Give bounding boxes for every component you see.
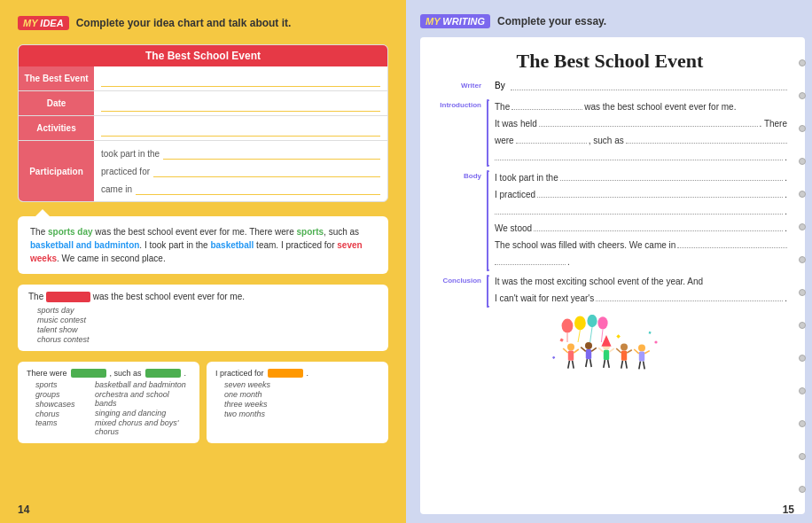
body-period-1: . [785,171,787,185]
body-line-6: . [495,254,787,269]
svg-point-0 [562,319,574,333]
intro-blank-2[interactable] [539,116,758,127]
svg-line-5 [590,327,592,342]
opt-one-month: one month [224,390,379,399]
practiced-options: seven weeks one month three weeks two mo… [224,380,379,418]
writing-paper: The Best School Event Writer By Introduc… [420,37,805,514]
svg-line-38 [644,362,645,370]
body-blank-1[interactable] [560,170,784,181]
conclusion-section: Conclusion It was the most exciting scho… [433,275,787,308]
took-part-input[interactable] [163,147,380,160]
participation-line-3: came in [101,183,380,195]
my-writing-header-text: Complete your essay. [497,15,606,27]
spiral-dot [799,59,806,66]
intro-blank-1[interactable] [511,99,582,110]
body-bracket [487,170,489,271]
spiral-dot [799,223,806,230]
svg-line-26 [608,360,610,368]
row-input-participation[interactable]: took part in the practiced for came in [94,141,387,201]
body-blank-5[interactable] [677,238,787,248]
participation-line-1: took part in the [101,147,380,160]
svg-line-12 [568,361,570,369]
activities-input[interactable] [101,120,380,137]
intro-such: , such as [589,134,624,148]
my-idea-badge: MY IDEA [18,16,69,30]
introduction-section: Introduction The was the best school eve… [433,99,787,167]
intro-period: . [785,151,787,165]
conclusion-line-1: It was the most exciting school event of… [495,275,787,289]
word-option-3: talent show [37,325,378,334]
opt-singing: singing and dancing [95,409,191,418]
conclusion-period: . [785,292,787,306]
my-idea-header: MY IDEA Complete your idea chart and tal… [18,16,388,30]
celebration-svg [539,315,681,377]
svg-line-25 [604,360,605,368]
such-as-text: , such as [110,369,142,378]
writer-section: Writer By [433,80,787,96]
body-blank-2[interactable] [537,187,783,198]
practiced-text: I practiced for [215,369,264,378]
intro-blank-5[interactable] [495,150,783,160]
basketball-highlight2: basketball [210,240,254,250]
row-label-participation: Participation [19,141,94,201]
row-input-activities[interactable] [94,116,387,140]
opt-showcases: showcases [35,400,77,409]
by-label: By [495,81,505,90]
body-blank-4[interactable] [534,221,783,231]
intro-blank-3[interactable] [516,133,587,144]
opt-chorus-teams: chorus teams [35,410,77,427]
spiral-dot [799,125,806,132]
intro-blank-4[interactable] [626,133,787,144]
writer-bracket [487,80,489,96]
svg-rect-40 [616,334,621,339]
spiral-dot [799,289,806,296]
svg-rect-15 [586,349,591,359]
event-input[interactable] [101,70,380,87]
bottom-left-box: There were , such as . sports groups sho… [18,362,199,443]
period-1: . [184,369,187,378]
row-input-date[interactable] [94,91,387,115]
conclusion-text-1: It was the most exciting school event of… [495,275,703,289]
svg-line-11 [574,349,579,353]
svg-point-8 [567,344,574,351]
my-writing-badge: MY WRITING [420,14,490,28]
opt-mixed: mixed chorus and boys' chorus [95,418,191,436]
row-input-event[interactable] [94,66,387,90]
spiral-dot [799,486,806,493]
svg-point-14 [585,342,592,349]
svg-rect-9 [568,351,574,361]
row-label-date: Date [19,91,94,115]
sports-highlight2: sports [297,227,324,237]
chart-row-participation: Participation took part in the practiced… [19,141,387,201]
writer-dotted[interactable] [511,80,787,90]
practiced-sentence: I practiced for . [215,369,379,378]
body-line-1: I took part in the . [495,170,787,185]
spiral-dot [799,453,806,460]
body-label: Body [433,170,481,271]
came-in-input[interactable] [136,183,380,195]
svg-line-7 [601,330,603,342]
intro-were: were [495,134,514,148]
chart-rows: The Best Event Date Activities [19,66,387,201]
conclusion-blank-1[interactable] [596,291,783,301]
intro-label: Introduction [433,99,481,167]
practiced-for-input[interactable] [153,165,380,177]
intro-bracket [487,99,489,167]
body-blank-3[interactable] [495,204,783,215]
svg-line-18 [586,359,588,367]
body-blank-6[interactable] [495,254,566,265]
word-option-2: music contest [37,316,378,324]
conclusion-label: Conclusion [433,275,481,308]
svg-rect-41 [649,332,652,334]
opt-two-months: two months [224,410,379,418]
left-panel: MY IDEA Complete your idea chart and tal… [0,0,406,523]
word-options: sports day music contest talent show cho… [37,306,378,344]
body-took: I took part in the [495,171,558,185]
chart-title: The Best School Event [19,45,387,66]
sentence-main: The was the best school event ever for m… [28,292,378,302]
body-section: Body I took part in the . I practiced . … [433,170,787,271]
spiral-dot [799,256,806,263]
date-input[interactable] [101,95,380,112]
bottom-right-box: I practiced for . seven weeks one month … [207,362,388,443]
svg-line-37 [639,362,641,370]
